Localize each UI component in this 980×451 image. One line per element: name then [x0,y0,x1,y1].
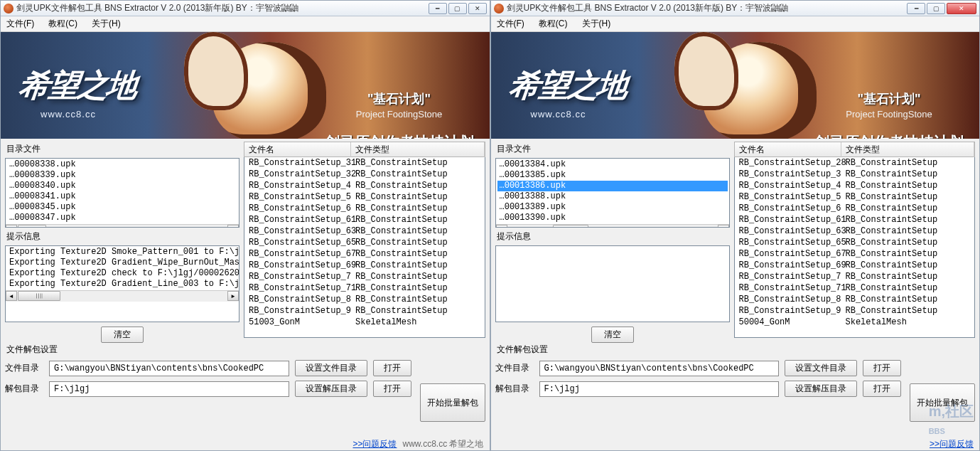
scroll-left-icon[interactable]: ◄ [496,225,507,228]
dir-listbox[interactable]: …00008338.upk…00008339.upk…00008340.upk…… [5,158,239,228]
file-table[interactable]: RB_ConstraintSetup_28RB_ConstraintSetupR… [734,157,976,338]
menu-tutorial[interactable]: 教程(C) [539,18,568,30]
table-row[interactable]: RB_ConstraintSetup_63RB_ConstraintSetup [244,226,485,237]
table-row[interactable]: RB_ConstraintSetup_5RB_ConstraintSetup [244,191,485,203]
open-extractdir-button[interactable]: 打开 [373,381,411,397]
table-row[interactable]: RB_ConstraintSetup_8RB_ConstraintSetup [735,294,975,305]
open-filedir-button[interactable]: 打开 [373,360,411,376]
table-row[interactable]: RB_ConstraintSetup_61RB_ConstraintSetup [244,214,485,226]
cell-filename: RB_ConstraintSetup_8 [735,294,841,305]
scroll-right-icon[interactable]: ► [227,225,239,228]
list-item[interactable]: …00013388.upk [497,191,728,202]
start-batch-extract-button[interactable]: 开始批量解包 [420,383,485,422]
table-row[interactable]: RB_ConstraintSetup_6RB_ConstraintSetup [735,203,975,214]
set-extractdir-button[interactable]: 设置解压目录 [295,381,367,397]
table-row[interactable]: 51003_GonMSkeletalMesh [244,317,485,328]
list-item[interactable]: …00013390.upk [497,213,728,223]
table-row[interactable]: RB_ConstraintSetup_71RB_ConstraintSetup [244,282,485,294]
col-filetype[interactable]: 文件类型 [841,142,975,157]
dir-listbox[interactable]: …00013384.upk…00013385.upk…00013386.upk…… [495,158,730,228]
table-row[interactable]: RB_ConstraintSetup_3RB_ConstraintSetup [735,169,975,180]
table-row[interactable]: RB_ConstraintSetup_69RB_ConstraintSetup [735,260,975,271]
list-item[interactable]: …00013386.upk [497,181,728,191]
table-row[interactable]: RB_ConstraintSetup_28RB_ConstraintSetup [735,157,975,169]
log-listbox[interactable]: Exporting Texture2D Smoke_Pattern_001 to… [5,245,239,322]
table-row[interactable]: RB_ConstraintSetup_69RB_ConstraintSetup [244,260,485,271]
list-item[interactable]: …00008339.upk [7,170,237,181]
scroll-thumb[interactable] [18,291,60,301]
menu-about[interactable]: 关于(H) [92,18,121,30]
list-item[interactable]: …00013389.upk [497,202,728,213]
table-row[interactable]: RB_ConstraintSetup_71RB_ConstraintSetup [735,282,975,294]
extractdir-input[interactable] [539,381,780,397]
menu-about[interactable]: 关于(H) [582,18,611,30]
list-item[interactable]: …00008340.upk [7,181,237,191]
table-row[interactable]: RB_ConstraintSetup_9RB_ConstraintSetup [735,305,975,317]
col-filetype[interactable]: 文件类型 [351,142,485,157]
maximize-button[interactable]: ▢ [448,3,467,14]
set-filedir-button[interactable]: 设置文件目录 [295,360,367,376]
feedback-link[interactable]: >>问题反馈 [930,438,974,450]
col-filename[interactable]: 文件名 [244,142,351,157]
feedback-link[interactable]: >>问题反馈 [352,438,397,450]
cell-filetype: RB_ConstraintSetup [841,294,975,305]
table-row[interactable]: 50004_GonMSkeletalMesh [735,317,975,328]
extractdir-input[interactable] [49,381,289,397]
menu-file[interactable]: 文件(F) [497,18,524,30]
open-extractdir-button[interactable]: 打开 [863,381,901,397]
scroll-left-icon[interactable]: ◄ [6,225,17,228]
table-row[interactable]: RB_ConstraintSetup_63RB_ConstraintSetup [735,226,975,237]
scroll-right-icon[interactable]: ► [718,225,729,228]
table-row[interactable]: RB_ConstraintSetup_7RB_ConstraintSetup [244,271,485,282]
close-button[interactable]: ✕ [468,3,487,14]
open-filedir-button[interactable]: 打开 [863,360,901,376]
titlebar[interactable]: 剑灵UPK文件解包工具 BNS Extractor V 2.0 (2013新年版… [491,1,980,16]
table-row[interactable]: RB_ConstraintSetup_65RB_ConstraintSetup [735,237,975,248]
list-item[interactable]: …00008338.upk [7,159,237,170]
maximize-button[interactable]: ▢ [927,3,945,14]
scroll-right-icon[interactable]: ► [227,291,239,301]
table-row[interactable]: RB_ConstraintSetup_8RB_ConstraintSetup [244,294,485,305]
log-listbox[interactable] [495,245,730,322]
hscrollbar[interactable]: ◄ ► [6,290,239,302]
table-row[interactable]: RB_ConstraintSetup_7RB_ConstraintSetup [735,271,975,282]
minimize-button[interactable]: ━ [429,3,447,14]
list-item[interactable]: …00013385.upk [497,170,728,181]
menu-file[interactable]: 文件(F) [6,18,34,30]
minimize-button[interactable]: ━ [907,3,925,14]
list-item[interactable]: …00008341.upk [7,191,237,202]
banner-url: www.cc8.cc [41,109,96,120]
list-item[interactable]: …00008347.upk [7,213,237,223]
close-button[interactable]: ✕ [947,3,976,14]
hint-info-label: 提示信息 [6,230,239,243]
set-extractdir-button[interactable]: 设置解压目录 [785,381,857,397]
table-row[interactable]: RB_ConstraintSetup_32RB_ConstraintSetup [244,169,485,180]
cell-filename: RB_ConstraintSetup_67 [244,248,351,260]
table-row[interactable]: RB_ConstraintSetup_4RB_ConstraintSetup [735,180,975,191]
hscrollbar[interactable]: ◄ ► [496,224,729,228]
scroll-left-icon[interactable]: ◄ [6,291,17,301]
col-filename[interactable]: 文件名 [735,142,841,157]
footer-site[interactable]: www.cc8.cc 希望之地 [402,438,483,450]
table-row[interactable]: RB_ConstraintSetup_5RB_ConstraintSetup [735,191,975,203]
table-row[interactable]: RB_ConstraintSetup_6RB_ConstraintSetup [244,203,485,214]
filedir-input[interactable] [49,361,289,376]
scroll-thumb[interactable] [18,225,46,228]
list-item[interactable]: …00008345.upk [7,202,237,213]
table-row[interactable]: RB_ConstraintSetup_67RB_ConstraintSetup [244,248,485,260]
start-batch-extract-button[interactable]: 开始批量解包 [910,383,975,422]
table-row[interactable]: RB_ConstraintSetup_61RB_ConstraintSetup [735,214,975,226]
menu-tutorial[interactable]: 教程(C) [48,18,77,30]
scroll-thumb[interactable] [553,225,588,228]
filedir-input[interactable] [539,361,780,376]
table-row[interactable]: RB_ConstraintSetup_65RB_ConstraintSetup [244,237,485,248]
set-filedir-button[interactable]: 设置文件目录 [785,360,857,376]
table-row[interactable]: RB_ConstraintSetup_31RB_ConstraintSetup [244,157,485,169]
titlebar[interactable]: 剑灵UPK文件解包工具 BNS Extractor V 2.0 (2013新年版… [1,1,490,16]
list-item[interactable]: …00013384.upk [497,159,728,170]
hscrollbar[interactable]: ◄ ► [6,224,239,228]
table-row[interactable]: RB_ConstraintSetup_67RB_ConstraintSetup [735,248,975,260]
file-table[interactable]: RB_ConstraintSetup_31RB_ConstraintSetupR… [244,157,485,338]
table-row[interactable]: RB_ConstraintSetup_4RB_ConstraintSetup [244,180,485,191]
table-row[interactable]: RB_ConstraintSetup_9RB_ConstraintSetup [244,305,485,317]
